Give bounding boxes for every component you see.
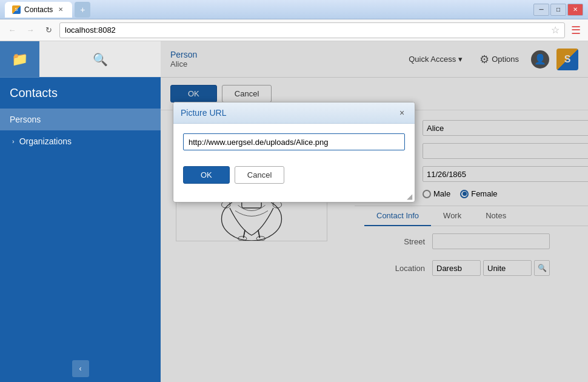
dialog-ok-button[interactable]: OK xyxy=(183,166,230,184)
dialog-title: Picture URL xyxy=(181,108,396,118)
address-bar: localhost:8082 ☆ xyxy=(59,22,565,38)
folder-icon: 📁 xyxy=(12,52,28,67)
dialog-footer: OK Cancel xyxy=(173,160,415,192)
dialog-body xyxy=(173,124,415,160)
window-controls: ─ □ ✕ xyxy=(533,4,583,16)
minimize-button[interactable]: ─ xyxy=(533,4,549,16)
main-content: Person Alice Quick Access ▾ ⚙ Options 👤 … xyxy=(161,41,588,382)
sidebar-title: Contacts xyxy=(0,78,161,109)
dialog-header: Picture URL × xyxy=(173,102,415,124)
collapse-icon: ‹ xyxy=(79,364,82,373)
tab-close-btn[interactable]: ✕ xyxy=(56,5,65,14)
sidebar-persons-label: Persons xyxy=(10,115,41,124)
sidebar-bottom: ‹ xyxy=(0,355,161,382)
maximize-button[interactable]: □ xyxy=(550,4,566,16)
sidebar-header: 📁 🔍 xyxy=(0,41,161,78)
sidebar-organizations-label: Organizations xyxy=(19,136,72,146)
back-button[interactable]: ← xyxy=(5,23,19,38)
sidebar-item-organizations[interactable]: › Organizations xyxy=(0,130,161,152)
reload-button[interactable]: ↻ xyxy=(41,23,56,38)
tab-favicon: S xyxy=(12,5,21,14)
sidebar-item-persons[interactable]: Persons xyxy=(0,109,161,130)
picture-url-input[interactable] xyxy=(183,133,405,150)
browser-menu-button[interactable]: ☰ xyxy=(569,24,583,37)
dialog-close-button[interactable]: × xyxy=(396,107,407,118)
sidebar-search-button[interactable]: 🔍 xyxy=(39,41,161,77)
dialog-cancel-button[interactable]: Cancel xyxy=(235,166,284,184)
sidebar: 📁 🔍 Contacts Persons › Organizations ‹ xyxy=(0,41,161,382)
bookmark-icon[interactable]: ☆ xyxy=(551,24,560,36)
chevron-right-icon: › xyxy=(12,138,15,145)
tab-title: Contacts xyxy=(24,5,53,14)
forward-button[interactable]: → xyxy=(23,23,38,38)
sidebar-folder-button[interactable]: 📁 xyxy=(0,41,39,78)
new-tab-button[interactable]: + xyxy=(75,2,90,18)
close-button[interactable]: ✕ xyxy=(567,4,583,16)
app-container: 📁 🔍 Contacts Persons › Organizations ‹ P… xyxy=(0,41,588,382)
browser-titlebar: S Contacts ✕ + ─ □ ✕ xyxy=(0,0,588,19)
search-icon: 🔍 xyxy=(93,52,108,67)
browser-navbar: ← → ↻ localhost:8082 ☆ ☰ xyxy=(0,19,588,41)
collapse-button[interactable]: ‹ xyxy=(72,360,89,377)
picture-url-dialog: Picture URL × OK Cancel ◢ xyxy=(173,102,415,203)
browser-tab[interactable]: S Contacts ✕ xyxy=(5,2,72,18)
dialog-resize-handle[interactable]: ◢ xyxy=(173,192,415,202)
url-input[interactable]: localhost:8082 xyxy=(65,25,547,35)
dialog-overlay: Picture URL × OK Cancel ◢ xyxy=(161,41,588,382)
